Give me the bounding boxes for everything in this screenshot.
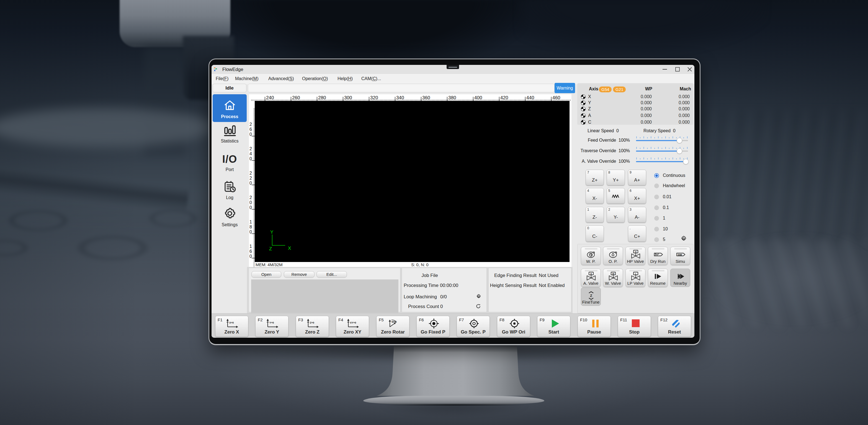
svg-text:0: 0 — [249, 230, 252, 234]
svg-text:2: 2 — [249, 122, 252, 127]
svg-text:0: 0 — [249, 205, 252, 210]
svg-text:0: 0 — [249, 254, 252, 259]
svg-text:X: X — [288, 246, 291, 251]
svg-text:Z: Z — [590, 293, 592, 298]
svg-text:W: W — [612, 273, 614, 275]
svg-text:460: 460 — [552, 95, 560, 101]
svg-text:Z: Z — [269, 246, 272, 251]
svg-text:400: 400 — [474, 95, 482, 101]
svg-text:260: 260 — [292, 95, 300, 101]
svg-text:H: H — [635, 251, 637, 253]
svg-text:Z=0: Z=0 — [310, 321, 314, 324]
svg-text:380: 380 — [448, 95, 456, 101]
svg-text:420: 420 — [500, 95, 508, 101]
svg-text:0: 0 — [249, 181, 252, 186]
svg-text:0: 0 — [249, 132, 252, 137]
svg-text:320: 320 — [370, 95, 378, 101]
svg-text:L: L — [635, 273, 637, 275]
svg-text:2: 2 — [249, 171, 252, 175]
svg-text:2: 2 — [249, 195, 252, 200]
svg-text:6: 6 — [249, 249, 252, 254]
svg-text:240: 240 — [266, 95, 274, 101]
svg-text:A: A — [590, 273, 592, 275]
svg-text:XY=0: XY=0 — [350, 321, 356, 324]
svg-text:6: 6 — [249, 127, 252, 132]
svg-text:2: 2 — [249, 176, 252, 180]
svg-text:0: 0 — [249, 157, 252, 161]
svg-text:4: 4 — [249, 151, 252, 156]
svg-text:2: 2 — [249, 146, 252, 151]
svg-text:280: 280 — [318, 95, 326, 101]
svg-text:W=0: W=0 — [392, 320, 397, 323]
svg-text:1: 1 — [249, 244, 252, 249]
svg-text:8: 8 — [249, 225, 252, 229]
svg-text:340: 340 — [396, 95, 404, 101]
svg-text:Y: Y — [270, 230, 273, 235]
svg-text:X=0: X=0 — [229, 321, 234, 324]
svg-text:0: 0 — [249, 200, 252, 205]
svg-text:Y=0: Y=0 — [270, 321, 274, 324]
svg-text:1: 1 — [249, 220, 252, 224]
svg-text:SIM: SIM — [678, 253, 682, 256]
svg-text:440: 440 — [526, 95, 534, 101]
svg-text:360: 360 — [422, 95, 430, 101]
svg-text:300: 300 — [344, 95, 352, 101]
